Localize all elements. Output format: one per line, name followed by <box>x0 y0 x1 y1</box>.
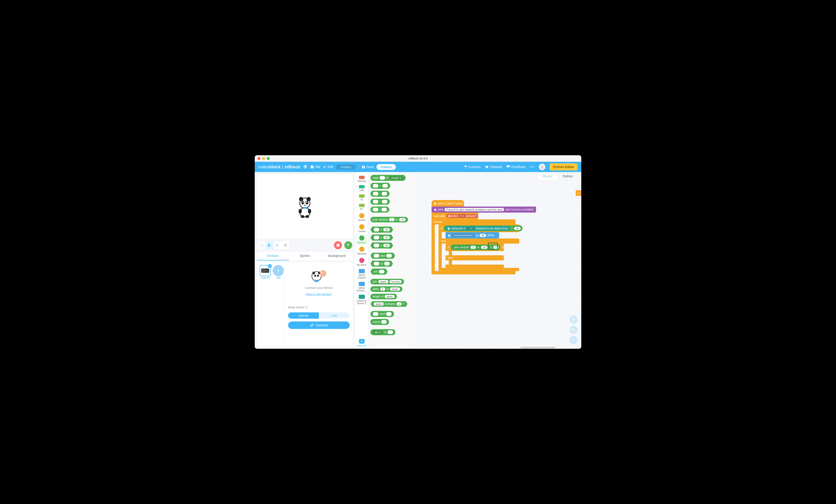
workspace[interactable]: Blocks Python ‹/› ▣ when CyberPi starts … <box>415 172 581 349</box>
user-avatar[interactable] <box>539 164 545 170</box>
close-window-button[interactable] <box>258 157 260 160</box>
save-button[interactable]: Save <box>362 165 374 169</box>
cat-iot[interactable]: IoT <box>355 202 368 212</box>
stop-button[interactable] <box>334 241 342 249</box>
tab-blocks[interactable]: Blocks <box>538 173 557 180</box>
cat-control[interactable]: Control <box>355 223 368 234</box>
block-contains[interactable]: applecontainsa? <box>370 301 407 307</box>
mode-live[interactable]: Live <box>319 312 350 319</box>
tab-python[interactable]: Python <box>557 173 578 180</box>
block-pick-random[interactable]: pick random1to10 <box>370 217 408 222</box>
hat-block[interactable]: ▣ when CyberPi starts up <box>432 200 464 207</box>
panda-sprite[interactable] <box>296 195 314 218</box>
fullscreen-icon[interactable] <box>258 241 266 249</box>
maximize-window-button[interactable] <box>267 157 270 160</box>
layout-split-icon[interactable] <box>266 241 273 249</box>
courses-link[interactable]: Courses <box>464 165 481 169</box>
cat-ultrasonic[interactable]: Ultrasonic Sensor 2 <box>355 293 368 306</box>
minimize-window-button[interactable] <box>262 157 265 160</box>
inner-else-label[interactable]: else <box>445 255 504 260</box>
edit-menu[interactable]: Edit <box>323 165 333 169</box>
feedback-link[interactable]: Feedback <box>507 165 526 169</box>
add-device-button[interactable]: + add <box>273 265 284 279</box>
layout-grid-icon[interactable] <box>282 241 289 249</box>
cat-sensing[interactable]: Sensing <box>355 174 368 184</box>
wait-until-block[interactable]: wait until▣ button B ▾ pressed? <box>432 213 478 219</box>
svg-point-1 <box>542 166 543 167</box>
block-not[interactable]: not <box>370 269 388 275</box>
device-info: Connect your device How to use device? M… <box>285 262 353 347</box>
python-editor-button[interactable]: Python Editor <box>550 163 577 170</box>
block-or[interactable]: or <box>370 260 393 267</box>
script-stack[interactable]: ▣ when CyberPi starts up ▣ printPress B … <box>432 200 536 274</box>
extension-button[interactable]: +extension <box>355 337 368 349</box>
device-cyberpi[interactable]: × CyberPi <box>260 265 271 279</box>
block-read[interactable]: readininteger ▾ <box>370 175 406 181</box>
cat-mbot2-chassis[interactable]: mBot2 Chassis <box>355 268 368 280</box>
svg-point-10 <box>304 205 306 206</box>
code-marker-icon[interactable]: ‹/› <box>576 190 581 196</box>
device-remove-icon[interactable]: × <box>268 264 272 268</box>
cat-mbot2-ext[interactable]: mBot2 Extensi... <box>355 280 368 293</box>
block-and[interactable]: and <box>370 253 395 259</box>
cat-operator[interactable]: Operator <box>355 234 368 245</box>
main-area: Devices Sprites Background × CyberPi <box>255 172 581 349</box>
cat-myblock[interactable]: My Block <box>355 256 368 268</box>
cat-events[interactable]: Events <box>355 212 368 223</box>
block-plus[interactable]: + <box>370 183 390 189</box>
if-block[interactable]: if ▣ ultrasonic 2 1 ▾ distance to an obj… <box>438 225 519 232</box>
block-abs[interactable]: abs ▾of <box>370 329 395 335</box>
svg-point-15 <box>305 215 309 218</box>
how-to-use-link[interactable]: How to use device? <box>306 292 332 296</box>
zoom-reset-button[interactable] <box>570 336 577 344</box>
tab-sprites[interactable]: Sprites <box>289 252 321 260</box>
svg-point-4 <box>299 197 303 201</box>
titlebar: mBlock v5.4.0 <box>255 155 581 162</box>
highlight-box <box>488 243 498 250</box>
file-menu[interactable]: File <box>310 165 321 169</box>
cat-ai[interactable]: AI <box>355 193 368 202</box>
print-block[interactable]: ▣ printPress B to start obstacle avoidan… <box>432 207 536 213</box>
publish-button[interactable]: Publish <box>377 164 396 170</box>
svg-point-32 <box>317 275 319 277</box>
block-mod[interactable]: mod <box>370 311 394 317</box>
svg-rect-26 <box>262 269 266 272</box>
cat-variables[interactable]: Variables <box>355 245 368 256</box>
mode-upload[interactable]: Upload <box>288 312 319 319</box>
app-window: mBlock v5.4.0 makeblock | mBlock File Ed… <box>255 155 581 349</box>
mode-toggle[interactable]: Upload Live <box>288 312 350 319</box>
else-label[interactable]: else <box>438 238 519 244</box>
moves-forward-block[interactable]: ▣ moves forward ▾at50RPM <box>445 232 499 238</box>
stage-controls <box>256 241 353 249</box>
tutorials-link[interactable]: Tutorials <box>485 165 502 169</box>
go-flag-button[interactable] <box>344 241 352 249</box>
forever-block[interactable]: forever <box>432 219 515 225</box>
layout-alt-icon[interactable] <box>273 241 282 249</box>
forever-end[interactable] <box>432 271 515 274</box>
svg-point-27 <box>266 270 268 272</box>
globe-icon[interactable] <box>303 164 307 170</box>
zoom-in-button[interactable] <box>570 316 577 324</box>
project-name-input[interactable]: Untitled <box>336 164 356 170</box>
block-minus[interactable]: - <box>370 191 390 197</box>
block-lt[interactable]: <50 <box>370 234 393 240</box>
mode-switch-label: Mode Switch ⓘ <box>288 306 308 310</box>
more-icon[interactable]: ••• <box>530 165 535 169</box>
block-gt[interactable]: >50 <box>370 227 393 233</box>
block-join[interactable]: joinapplebanana <box>370 279 404 285</box>
svg-point-14 <box>301 215 304 218</box>
block-length[interactable]: length ofapple <box>370 294 397 299</box>
workspace-scrollbar[interactable] <box>450 347 567 348</box>
block-divide[interactable]: / <box>370 207 389 213</box>
block-letter[interactable]: letter1ofapple <box>370 286 402 292</box>
cat-lan[interactable]: LAN <box>355 184 368 193</box>
tab-devices[interactable]: Devices <box>257 252 289 260</box>
tab-background[interactable]: Background <box>321 252 353 260</box>
connect-button[interactable]: Connect <box>288 322 350 329</box>
block-round[interactable]: round <box>370 319 389 325</box>
block-times[interactable]: * <box>370 199 390 205</box>
svg-rect-11 <box>303 207 306 209</box>
inner-if-block[interactable]: if pick random1to10 =1 then <box>445 244 504 251</box>
block-eq[interactable]: =50 <box>370 243 393 249</box>
zoom-out-button[interactable] <box>570 326 577 334</box>
